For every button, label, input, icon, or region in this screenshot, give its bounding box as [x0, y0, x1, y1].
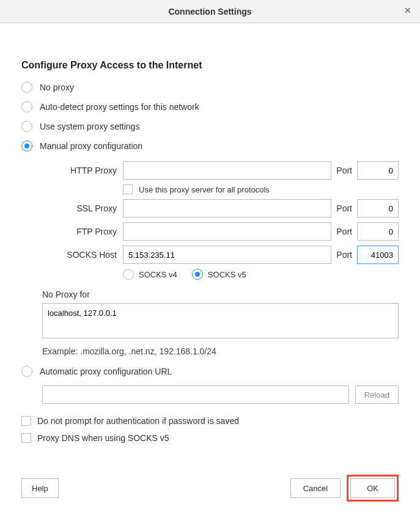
proxy-dns-socks5-row[interactable]: Proxy DNS when using SOCKS v5 [21, 433, 399, 443]
proxy-dns-socks5-checkbox[interactable] [21, 433, 31, 443]
socks-v5-option[interactable]: SOCKS v5 [192, 269, 246, 280]
radio-socks-v4[interactable] [123, 269, 134, 280]
label-system-proxy: Use system proxy settings [40, 122, 139, 131]
auto-config-url-input[interactable] [42, 385, 349, 404]
option-manual-proxy[interactable]: Manual proxy configuration [21, 141, 399, 152]
radio-no-proxy[interactable] [21, 82, 32, 93]
help-button[interactable]: Help [21, 478, 59, 498]
socks-port-input[interactable] [357, 246, 399, 264]
http-port-input[interactable] [357, 161, 399, 180]
dialog-footer: Help Cancel OK [21, 475, 399, 502]
footer-right: Cancel OK [290, 475, 399, 502]
ok-button[interactable]: OK [350, 478, 395, 498]
no-prompt-auth-row[interactable]: Do not prompt for authentication if pass… [21, 416, 399, 426]
radio-manual-proxy[interactable] [21, 141, 32, 152]
http-proxy-label: HTTP Proxy [42, 166, 123, 175]
socks-version-row: SOCKS v4 SOCKS v5 [123, 269, 399, 280]
http-proxy-input[interactable] [123, 161, 331, 180]
no-prompt-auth-checkbox[interactable] [21, 416, 31, 426]
ftp-port-input[interactable] [357, 222, 399, 241]
radio-socks-v5[interactable] [192, 269, 203, 280]
ftp-port-label: Port [331, 227, 357, 236]
label-manual-proxy: Manual proxy configuration [40, 141, 142, 151]
ssl-proxy-row: SSL Proxy Port [42, 199, 399, 217]
socks-v4-option[interactable]: SOCKS v4 [123, 269, 177, 280]
use-for-all-checkbox[interactable] [123, 184, 133, 194]
label-auto-detect: Auto-detect proxy settings for this netw… [40, 102, 199, 112]
http-port-label: Port [331, 166, 357, 175]
socks-host-row: SOCKS Host Port [42, 246, 399, 264]
no-proxy-for-input[interactable] [42, 303, 399, 338]
titlebar: Connection Settings ✕ [0, 0, 420, 23]
no-proxy-for-label: No Proxy for [42, 290, 399, 299]
http-proxy-row: HTTP Proxy Port [42, 161, 399, 180]
no-prompt-auth-label: Do not prompt for authentication if pass… [37, 416, 239, 426]
no-proxy-example: Example: .mozilla.org, .net.nz, 192.168.… [42, 346, 399, 356]
ssl-port-label: Port [331, 203, 357, 213]
label-auto-config-url: Automatic proxy configuration URL [40, 367, 172, 376]
radio-auto-config-url[interactable] [21, 366, 32, 377]
socks-host-label: SOCKS Host [42, 250, 123, 260]
close-icon[interactable]: ✕ [404, 6, 411, 15]
option-auto-config-url[interactable]: Automatic proxy configuration URL [21, 366, 399, 377]
ftp-proxy-input[interactable] [123, 222, 331, 241]
proxy-dns-socks5-label: Proxy DNS when using SOCKS v5 [37, 433, 169, 443]
use-for-all-row[interactable]: Use this proxy server for all protocols [123, 184, 399, 194]
section-heading: Configure Proxy Access to the Internet [21, 60, 399, 71]
label-socks-v4: SOCKS v4 [139, 270, 177, 279]
use-for-all-label: Use this proxy server for all protocols [139, 185, 270, 194]
socks-host-input[interactable] [123, 246, 331, 264]
dialog-title: Connection Settings [168, 7, 251, 16]
ftp-proxy-row: FTP Proxy Port [42, 222, 399, 241]
option-no-proxy[interactable]: No proxy [21, 82, 399, 93]
dialog-content: Configure Proxy Access to the Internet N… [0, 23, 420, 462]
socks-port-label: Port [331, 250, 357, 260]
cancel-button[interactable]: Cancel [290, 478, 341, 498]
option-auto-detect[interactable]: Auto-detect proxy settings for this netw… [21, 101, 399, 112]
ftp-proxy-label: FTP Proxy [42, 227, 123, 236]
ssl-port-input[interactable] [357, 199, 399, 217]
radio-auto-detect[interactable] [21, 101, 32, 112]
auto-config-url-row: Reload [42, 385, 399, 404]
label-socks-v5: SOCKS v5 [208, 270, 246, 279]
option-system-proxy[interactable]: Use system proxy settings [21, 121, 399, 132]
label-no-proxy: No proxy [40, 82, 74, 92]
ssl-proxy-label: SSL Proxy [42, 203, 123, 213]
reload-button[interactable]: Reload [355, 385, 399, 404]
ssl-proxy-input[interactable] [123, 199, 331, 217]
manual-proxy-section: HTTP Proxy Port Use this proxy server fo… [42, 161, 399, 356]
ok-highlight: OK [347, 475, 399, 502]
radio-system-proxy[interactable] [21, 121, 32, 132]
